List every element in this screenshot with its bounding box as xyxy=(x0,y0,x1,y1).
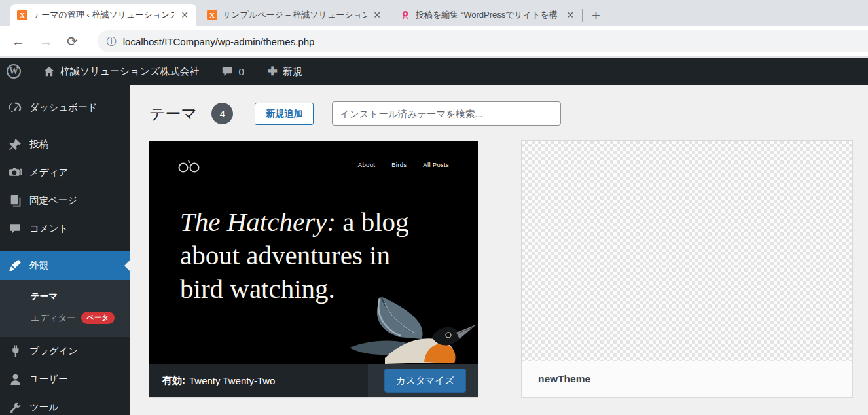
sidebar-item-label: 投稿 xyxy=(29,138,48,151)
sidebar-item-label: 固定ページ xyxy=(29,194,77,207)
preview-nav: About Birds All Posts xyxy=(358,161,449,168)
theme-card-newtheme[interactable]: newTheme xyxy=(521,140,853,398)
comment-bubble-icon xyxy=(9,222,22,236)
wp-admin-menu: ダッシュボード 投稿 メディア 固定ページ コメント 外観 xyxy=(0,85,130,415)
sidebar-item-media[interactable]: メディア xyxy=(0,158,130,187)
sidebar-item-users[interactable]: ユーザー xyxy=(0,365,130,393)
sidebar-item-label: プラグイン xyxy=(29,345,78,357)
back-icon[interactable]: ← xyxy=(12,34,25,49)
submenu-item-themes[interactable]: テーマ xyxy=(31,286,130,307)
sidebar-item-dashboard[interactable]: ダッシュボード xyxy=(0,94,130,122)
url-omnibox[interactable]: ⓘ localhost/ITCompany/wp-admin/themes.ph… xyxy=(98,30,868,52)
dashboard-gauge-icon xyxy=(9,101,22,115)
submenu-item-label: エディター xyxy=(31,312,76,324)
tab-sample-page[interactable]: X サンプルページ – 梓誠ソリューションズ株 ✕ xyxy=(200,4,389,26)
comments-count: 0 xyxy=(238,66,244,77)
preview-nav-link: Birds xyxy=(391,161,407,168)
sidebar-item-comments[interactable]: コメント xyxy=(0,215,130,243)
theme-card-twenty-twenty-two[interactable]: About Birds All Posts The Hatchery: a bl… xyxy=(149,141,478,397)
new-label: 新規 xyxy=(283,65,302,78)
comments-menu[interactable]: 0 xyxy=(215,58,250,85)
tab-separator xyxy=(582,9,583,22)
add-new-theme-button[interactable]: 新規追加 xyxy=(255,103,314,125)
plug-icon xyxy=(9,344,22,358)
wordpress-logo-icon: W xyxy=(7,64,21,79)
close-icon[interactable]: ✕ xyxy=(372,10,382,20)
theme-search-input[interactable] xyxy=(332,101,561,126)
sidebar-item-label: ダッシュボード xyxy=(29,101,98,114)
wrench-icon xyxy=(9,401,22,414)
sidebar-item-label: 外観 xyxy=(29,259,48,272)
hatchery-logo-icon xyxy=(178,159,200,173)
plus-icon: ✚ xyxy=(268,64,278,79)
site-name: 梓誠ソリューションズ株式会社 xyxy=(60,65,199,78)
sidebar-item-label: コメント xyxy=(29,223,68,235)
user-icon xyxy=(9,372,22,386)
theme-preview-image: About Birds All Posts The Hatchery: a bl… xyxy=(149,141,478,364)
theme-actions: カスタマイズ xyxy=(368,364,478,397)
reload-icon[interactable]: ⟳ xyxy=(67,33,78,49)
sidebar-item-label: メディア xyxy=(29,166,68,179)
sidebar-item-tools[interactable]: ツール xyxy=(0,393,130,415)
menu-separator xyxy=(0,243,130,251)
tab-strip: X テーマの管理 ‹ 梓誠ソリューションズ株 ✕ X サンプルページ – 梓誠ソ… xyxy=(0,0,868,26)
tab-title: 投稿を編集 “WordPressでサイトを構 xyxy=(416,9,560,21)
address-bar: ← → ⟳ ⓘ localhost/ITCompany/wp-admin/the… xyxy=(0,26,868,58)
tab-edit-post[interactable]: 投稿を編集 “WordPressでサイトを構 ✕ xyxy=(393,4,582,26)
xampp-icon: X xyxy=(207,10,217,20)
bird-illustration xyxy=(347,295,478,364)
submenu-item-editor[interactable]: エディター ベータ xyxy=(31,307,130,329)
xampp-icon: X xyxy=(17,10,27,20)
home-icon xyxy=(43,65,55,77)
themes-page: テーマ 4 新規追加 About Birds All Posts xyxy=(130,85,868,415)
page-title: テーマ xyxy=(149,103,197,124)
appearance-submenu: テーマ エディター ベータ xyxy=(0,280,130,337)
url-text: localhost/ITCompany/wp-admin/themes.php xyxy=(123,36,315,47)
site-info-icon[interactable]: ⓘ xyxy=(107,35,117,48)
submenu-item-label: テーマ xyxy=(31,291,58,302)
tab-title: テーマの管理 ‹ 梓誠ソリューションズ株 xyxy=(33,9,174,21)
close-icon[interactable]: ✕ xyxy=(179,10,190,20)
sidebar-item-posts[interactable]: 投稿 xyxy=(0,130,130,158)
site-name-link[interactable]: 梓誠ソリューションズ株式会社 xyxy=(37,58,206,85)
tab-title: サンプルページ – 梓誠ソリューションズ株 xyxy=(223,9,367,21)
menu-separator xyxy=(0,122,130,130)
browser-window: X テーマの管理 ‹ 梓誠ソリューションズ株 ✕ X サンプルページ – 梓誠ソ… xyxy=(0,0,868,415)
sidebar-item-plugins[interactable]: プラグイン xyxy=(0,337,130,365)
tab-themes-admin[interactable]: X テーマの管理 ‹ 梓誠ソリューションズ株 ✕ xyxy=(10,4,196,26)
paintbrush-icon xyxy=(9,259,22,272)
preview-nav-link: All Posts xyxy=(423,161,449,168)
theme-count-badge: 4 xyxy=(211,103,233,124)
forward-icon[interactable]: → xyxy=(39,34,52,49)
close-icon[interactable]: ✕ xyxy=(565,10,575,20)
camera-icon xyxy=(9,166,22,179)
pages-icon xyxy=(9,194,22,208)
sidebar-item-pages[interactable]: 固定ページ xyxy=(0,187,130,215)
wp-logo-menu[interactable]: W xyxy=(0,58,27,85)
new-tab-button[interactable]: + xyxy=(592,9,600,23)
customize-button[interactable]: カスタマイズ xyxy=(384,369,466,393)
preview-nav-link: About xyxy=(358,161,375,168)
theme-name-bar: newTheme xyxy=(522,361,852,397)
active-theme-name: 有効: Twenty Twenty-Two xyxy=(149,364,368,397)
pushpin-icon xyxy=(9,137,22,151)
comment-bubble-icon xyxy=(221,65,233,77)
sidebar-item-label: ツール xyxy=(29,401,58,414)
preview-heading: The Hatchery: a blog about adventures in… xyxy=(180,206,409,306)
sidebar-item-label: ユーザー xyxy=(29,373,68,386)
missing-screenshot-checkerboard xyxy=(522,141,852,361)
new-content-menu[interactable]: ✚ 新規 xyxy=(261,58,309,85)
tab-separator xyxy=(389,9,389,22)
sidebar-item-appearance[interactable]: 外観 xyxy=(0,251,130,280)
theme-name: newTheme xyxy=(538,373,590,385)
wp-admin-bar: W 梓誠ソリューションズ株式会社 0 ✚ 新規 xyxy=(0,58,868,85)
active-theme-bar: 有効: Twenty Twenty-Two カスタマイズ xyxy=(149,364,478,397)
post-pin-icon xyxy=(400,10,410,20)
beta-badge: ベータ xyxy=(81,312,115,324)
